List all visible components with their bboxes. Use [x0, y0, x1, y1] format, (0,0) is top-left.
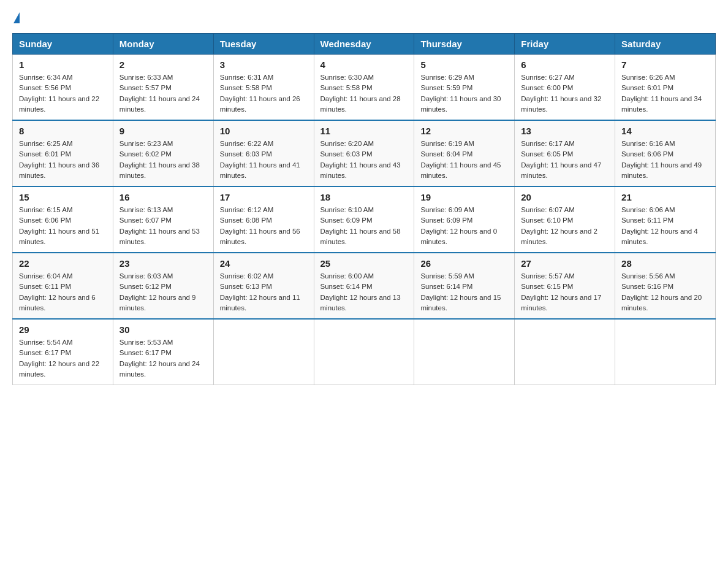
day-info: Sunrise: 6:27 AMSunset: 6:00 PMDaylight:…: [521, 72, 609, 115]
calendar-day-cell: 22Sunrise: 6:04 AMSunset: 6:11 PMDayligh…: [13, 253, 113, 319]
day-number: 19: [420, 192, 508, 202]
day-number: 22: [19, 258, 107, 269]
day-number: 29: [19, 324, 107, 335]
day-number: 6: [521, 59, 609, 70]
calendar-day-cell: 19Sunrise: 6:09 AMSunset: 6:09 PMDayligh…: [414, 186, 515, 253]
calendar-day-cell: 10Sunrise: 6:22 AMSunset: 6:03 PMDayligh…: [213, 120, 314, 186]
calendar-day-cell: 30Sunrise: 5:53 AMSunset: 6:17 PMDayligh…: [113, 319, 213, 385]
calendar-day-cell: 29Sunrise: 5:54 AMSunset: 6:17 PMDayligh…: [13, 319, 113, 385]
day-info: Sunrise: 6:23 AMSunset: 6:02 PMDaylight:…: [119, 139, 207, 181]
day-number: 9: [119, 126, 207, 136]
day-info: Sunrise: 6:00 AMSunset: 6:14 PMDaylight:…: [320, 271, 408, 313]
day-info: Sunrise: 6:15 AMSunset: 6:06 PMDaylight:…: [19, 205, 107, 247]
day-info: Sunrise: 6:13 AMSunset: 6:07 PMDaylight:…: [119, 205, 207, 247]
calendar-day-cell: 14Sunrise: 6:16 AMSunset: 6:06 PMDayligh…: [615, 120, 716, 186]
day-info: Sunrise: 6:03 AMSunset: 6:12 PMDaylight:…: [119, 271, 207, 313]
day-info: Sunrise: 6:04 AMSunset: 6:11 PMDaylight:…: [19, 271, 107, 313]
header-saturday: Saturday: [615, 34, 716, 55]
header-sunday: Sunday: [13, 34, 113, 55]
day-number: 20: [521, 192, 609, 202]
day-number: 15: [19, 192, 107, 202]
day-number: 14: [621, 126, 709, 136]
day-info: Sunrise: 6:19 AMSunset: 6:04 PMDaylight:…: [420, 139, 508, 181]
day-info: Sunrise: 6:31 AMSunset: 5:58 PMDaylight:…: [220, 72, 308, 115]
day-number: 3: [220, 59, 308, 70]
calendar-day-cell: [515, 319, 615, 385]
day-info: Sunrise: 6:02 AMSunset: 6:13 PMDaylight:…: [220, 271, 308, 313]
calendar-table: Sunday Monday Tuesday Wednesday Thursday…: [12, 33, 716, 385]
day-info: Sunrise: 6:07 AMSunset: 6:10 PMDaylight:…: [521, 205, 609, 247]
header-friday: Friday: [515, 34, 615, 55]
calendar-day-cell: [615, 319, 716, 385]
header-wednesday: Wednesday: [314, 34, 414, 55]
day-number: 27: [521, 258, 609, 269]
day-number: 12: [420, 126, 508, 136]
day-info: Sunrise: 6:17 AMSunset: 6:05 PMDaylight:…: [521, 139, 609, 181]
calendar-day-cell: 18Sunrise: 6:10 AMSunset: 6:09 PMDayligh…: [314, 186, 414, 253]
calendar-header-row: Sunday Monday Tuesday Wednesday Thursday…: [13, 34, 716, 55]
day-number: 18: [320, 192, 408, 202]
day-info: Sunrise: 6:06 AMSunset: 6:11 PMDaylight:…: [621, 205, 709, 247]
day-info: Sunrise: 6:29 AMSunset: 5:59 PMDaylight:…: [420, 72, 508, 115]
calendar-day-cell: 21Sunrise: 6:06 AMSunset: 6:11 PMDayligh…: [615, 186, 716, 253]
day-number: 2: [119, 59, 207, 70]
day-number: 4: [320, 59, 408, 70]
day-info: Sunrise: 6:10 AMSunset: 6:09 PMDaylight:…: [320, 205, 408, 247]
calendar-day-cell: 2Sunrise: 6:33 AMSunset: 5:57 PMDaylight…: [113, 55, 213, 121]
day-number: 1: [19, 59, 107, 70]
calendar-day-cell: [314, 319, 414, 385]
calendar-day-cell: 8Sunrise: 6:25 AMSunset: 6:01 PMDaylight…: [13, 120, 113, 186]
day-number: 21: [621, 192, 709, 202]
calendar-day-cell: 13Sunrise: 6:17 AMSunset: 6:05 PMDayligh…: [515, 120, 615, 186]
day-number: 26: [420, 258, 508, 269]
day-number: 16: [119, 192, 207, 202]
calendar-week-row: 22Sunrise: 6:04 AMSunset: 6:11 PMDayligh…: [13, 253, 716, 319]
calendar-day-cell: 20Sunrise: 6:07 AMSunset: 6:10 PMDayligh…: [515, 186, 615, 253]
logo-triangle-icon: [13, 12, 20, 23]
calendar-day-cell: 12Sunrise: 6:19 AMSunset: 6:04 PMDayligh…: [414, 120, 515, 186]
day-info: Sunrise: 6:09 AMSunset: 6:09 PMDaylight:…: [420, 205, 508, 247]
day-number: 13: [521, 126, 609, 136]
day-info: Sunrise: 6:30 AMSunset: 5:58 PMDaylight:…: [320, 72, 408, 115]
day-info: Sunrise: 5:59 AMSunset: 6:14 PMDaylight:…: [420, 271, 508, 313]
day-number: 5: [420, 59, 508, 70]
day-info: Sunrise: 6:20 AMSunset: 6:03 PMDaylight:…: [320, 139, 408, 181]
calendar-day-cell: 17Sunrise: 6:12 AMSunset: 6:08 PMDayligh…: [213, 186, 314, 253]
day-number: 28: [621, 258, 709, 269]
calendar-day-cell: [213, 319, 314, 385]
calendar-day-cell: 23Sunrise: 6:03 AMSunset: 6:12 PMDayligh…: [113, 253, 213, 319]
page-header: [12, 12, 716, 23]
calendar-week-row: 8Sunrise: 6:25 AMSunset: 6:01 PMDaylight…: [13, 120, 716, 186]
day-info: Sunrise: 5:54 AMSunset: 6:17 PMDaylight:…: [19, 337, 107, 380]
calendar-week-row: 1Sunrise: 6:34 AMSunset: 5:56 PMDaylight…: [13, 55, 716, 121]
day-info: Sunrise: 6:22 AMSunset: 6:03 PMDaylight:…: [220, 139, 308, 181]
calendar-day-cell: [414, 319, 515, 385]
calendar-day-cell: 24Sunrise: 6:02 AMSunset: 6:13 PMDayligh…: [213, 253, 314, 319]
day-number: 24: [220, 258, 308, 269]
day-info: Sunrise: 6:33 AMSunset: 5:57 PMDaylight:…: [119, 72, 207, 115]
day-info: Sunrise: 6:12 AMSunset: 6:08 PMDaylight:…: [220, 205, 308, 247]
day-info: Sunrise: 6:26 AMSunset: 6:01 PMDaylight:…: [621, 72, 709, 115]
calendar-day-cell: 11Sunrise: 6:20 AMSunset: 6:03 PMDayligh…: [314, 120, 414, 186]
calendar-day-cell: 1Sunrise: 6:34 AMSunset: 5:56 PMDaylight…: [13, 55, 113, 121]
calendar-day-cell: 28Sunrise: 5:56 AMSunset: 6:16 PMDayligh…: [615, 253, 716, 319]
day-number: 8: [19, 126, 107, 136]
calendar-day-cell: 16Sunrise: 6:13 AMSunset: 6:07 PMDayligh…: [113, 186, 213, 253]
day-info: Sunrise: 6:34 AMSunset: 5:56 PMDaylight:…: [19, 72, 107, 115]
day-number: 10: [220, 126, 308, 136]
day-info: Sunrise: 6:25 AMSunset: 6:01 PMDaylight:…: [19, 139, 107, 181]
calendar-day-cell: 26Sunrise: 5:59 AMSunset: 6:14 PMDayligh…: [414, 253, 515, 319]
logo-text: [12, 12, 21, 23]
header-tuesday: Tuesday: [213, 34, 314, 55]
day-number: 23: [119, 258, 207, 269]
day-number: 7: [621, 59, 709, 70]
logo: [12, 12, 21, 23]
calendar-day-cell: 27Sunrise: 5:57 AMSunset: 6:15 PMDayligh…: [515, 253, 615, 319]
calendar-day-cell: 25Sunrise: 6:00 AMSunset: 6:14 PMDayligh…: [314, 253, 414, 319]
calendar-week-row: 29Sunrise: 5:54 AMSunset: 6:17 PMDayligh…: [13, 319, 716, 385]
day-number: 25: [320, 258, 408, 269]
calendar-day-cell: 7Sunrise: 6:26 AMSunset: 6:01 PMDaylight…: [615, 55, 716, 121]
day-number: 30: [119, 324, 207, 335]
day-number: 17: [220, 192, 308, 202]
calendar-day-cell: 4Sunrise: 6:30 AMSunset: 5:58 PMDaylight…: [314, 55, 414, 121]
